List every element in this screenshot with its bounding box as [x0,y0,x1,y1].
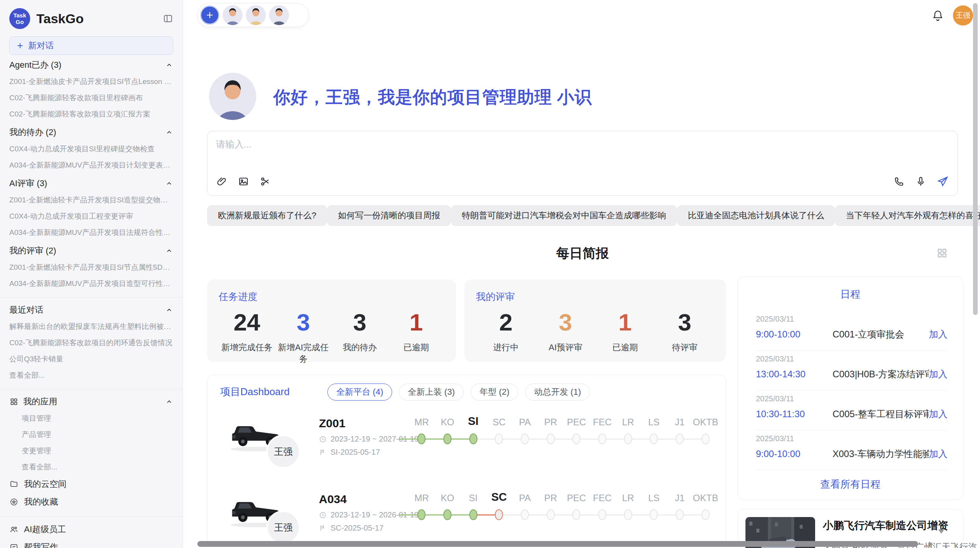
schedule-item: 2025/03/119:00-10:00X003-车辆动力学性能验...加入 [738,430,963,470]
sidebar-link[interactable]: 我的云空间 [9,475,173,493]
sidebar-sections: Agent已办 (3)Z001-全新燃油皮卡产品开发项目SI节点Lesson L… [9,57,173,548]
voice-call-icon[interactable] [893,176,905,187]
schedule-item: 2025/03/119:00-10:00C001-立项审批会加入 [738,311,963,351]
milestone-station: OKTB [692,412,718,449]
join-meeting-link[interactable]: 加入 [929,408,947,420]
milestone-station: PR [538,412,564,449]
milestone-station: FEC [589,412,615,449]
recent-chats-item[interactable]: 公司Q3轻卡销量 [9,351,173,367]
user-avatar[interactable]: 王强 [953,5,973,26]
task-item[interactable]: Z001-全新燃油皮卡产品开发项目SI节点Lesson Learn报告 [9,74,173,90]
schedule-card: 日程 2025/03/119:00-10:00C001-立项审批会加入2025/… [737,276,963,500]
milestone-label: SC [486,488,512,507]
milestone-label: OKTB [692,412,718,431]
task-item[interactable]: C02-飞腾新能源轻客改款项目里程碑画布 [9,90,173,106]
task-header[interactable]: 我的待办 (2) [9,124,173,141]
apps-item[interactable]: 变更管理 [9,443,173,459]
dashboard-filter-chip[interactable]: 全新上装 (3) [399,384,464,401]
task-item[interactable]: Z001-全新燃油轻卡产品开发项目SI节点属性5D文件评审 [9,259,173,276]
join-meeting-link[interactable]: 加入 [929,448,947,460]
plus-icon [205,10,215,20]
suggestion-chip[interactable]: 特朗普可能对进口汽车增税会对中国车企造成哪些影响 [451,205,677,226]
recent-chats-item[interactable]: 查看全部... [9,367,173,384]
flag-text: SC-2025-05-17 [331,524,384,533]
suggestion-chip[interactable]: 如何写一份清晰的项目周报 [327,205,451,226]
recent-chats-header[interactable]: 最近对话 [9,301,173,319]
vertical-scrollbar[interactable] [973,3,978,315]
apps-header[interactable]: 我的应用 [9,393,173,410]
stat-value: 1 [388,306,444,339]
milestone-label: MR [409,412,435,431]
task-item[interactable]: C0X4-动力总成开发项目工程变更评审 [9,208,173,224]
new-chat-label: 新对话 [28,40,54,51]
collapse-sidebar-icon[interactable] [163,13,173,24]
my-review-card: 我的评审2进行中3AI预评审1已逾期3待评审 [464,279,726,362]
dashboard-filter-chip[interactable]: 全新平台 (4) [327,384,392,401]
scroll-down-arrow-icon[interactable] [938,529,944,534]
screenshot-scissors-icon[interactable] [259,176,271,187]
star-badge-icon [9,497,19,507]
add-agent-button[interactable] [200,5,219,25]
sidebar-tool[interactable]: 帮我写作 [9,538,173,548]
task-item[interactable]: C0X4-动力总成开发项目SI里程碑提交物检查 [9,141,173,157]
stat-value: 3 [275,306,332,339]
attachment-icon[interactable] [216,176,228,187]
plus-icon [16,41,24,50]
notifications-bell-icon[interactable] [931,9,944,22]
apps-item[interactable]: 产品管理 [9,426,173,443]
task-header[interactable]: AI评审 (3) [9,175,173,192]
milestone-label: LS [641,488,667,507]
apps-item[interactable]: 项目管理 [9,410,173,426]
chat-input[interactable] [216,138,949,174]
schedule-event-name: C005-整车工程目标评审 [833,408,929,420]
task-item[interactable]: A034-全新新能源MUV产品开发项目计划变更表编写 [9,157,173,173]
task-header[interactable]: 我的评审 (2) [9,242,173,259]
stat-value: 2 [476,306,536,339]
suggestion-chip[interactable]: 比亚迪全固态电池计划具体说了什么 [677,205,835,226]
view-all-schedule-link[interactable]: 查看所有日程 [738,478,963,491]
join-meeting-link[interactable]: 加入 [929,368,947,380]
join-meeting-link[interactable]: 加入 [929,328,947,341]
sidebar-link-label: 我的收藏 [24,496,58,508]
agent-avatar[interactable] [269,5,289,25]
milestone-station: FEC [589,488,615,524]
horizontal-scrollbar[interactable] [197,541,918,547]
task-item[interactable]: C02-飞腾新能源轻客改款项目立项汇报方案 [9,106,173,122]
apps-item[interactable]: 查看全部... [9,459,173,475]
sidebar-tool[interactable]: AI超级员工 [9,521,173,538]
task-header[interactable]: Agent已办 (3) [9,57,173,74]
schedule-time: 10:30-11:30 [756,409,833,420]
divider [0,297,183,298]
milestone-label: FEC [589,412,615,431]
scroll-right-arrow-icon[interactable] [929,541,933,547]
dashboard-filter-chip[interactable]: 年型 (2) [471,384,518,401]
stat-value: 1 [595,306,655,339]
stat-value: 3 [536,306,595,339]
milestone-station: SC [486,412,512,449]
task-item[interactable]: A034-全新新能源MUV产品开发项目法规符合性评审 [9,224,173,241]
recent-chats-item[interactable]: 解释最新出台的欧盟报废车法规再生塑料比例被调至15%... [9,319,173,335]
task-item[interactable]: Z001-全新燃油轻卡产品开发项目SI造型提交物评审 [9,192,173,208]
schedule-date: 2025/03/11 [756,315,947,324]
dashboard-filter-chip[interactable]: 动总开发 (1) [525,384,590,401]
recent-chats-item[interactable]: C02-飞腾新能源轻客改款项目的闭环通告反馈情况 [9,335,173,351]
sidebar-link[interactable]: 我的收藏 [9,493,173,511]
milestone-label: KO [435,412,461,431]
microphone-icon[interactable] [915,176,927,187]
milestone-station: MR [409,412,435,449]
task-item[interactable]: A034-全新新能源MUV产品开发项目造型可行性评审 [9,276,173,292]
logo-line2: Go [16,19,24,25]
image-upload-icon[interactable] [238,176,249,187]
agent-avatar[interactable] [223,5,243,25]
agent-avatar[interactable] [246,5,266,25]
project-row[interactable]: 王强Z0012023-12-19 ~ 2027-01-19SI-2025-05-… [207,411,718,488]
suggestion-chip[interactable]: 当下年轻人对汽车外观有怎样的喜好趋势 [835,205,980,226]
stat-card-title: 我的评审 [476,290,714,303]
new-chat-button[interactable]: 新对话 [9,36,173,55]
stat-card-title: 任务进度 [219,290,444,303]
suggestion-chip[interactable]: 欧洲新规最近颁布了什么? [207,205,327,226]
send-icon[interactable] [937,175,949,188]
task-label: AI评审 (3) [9,178,47,189]
layout-grid-icon[interactable] [936,247,948,259]
project-row[interactable]: 王强A0342023-12-19 ~ 2026-01-19SC-2025-05-… [207,486,718,548]
